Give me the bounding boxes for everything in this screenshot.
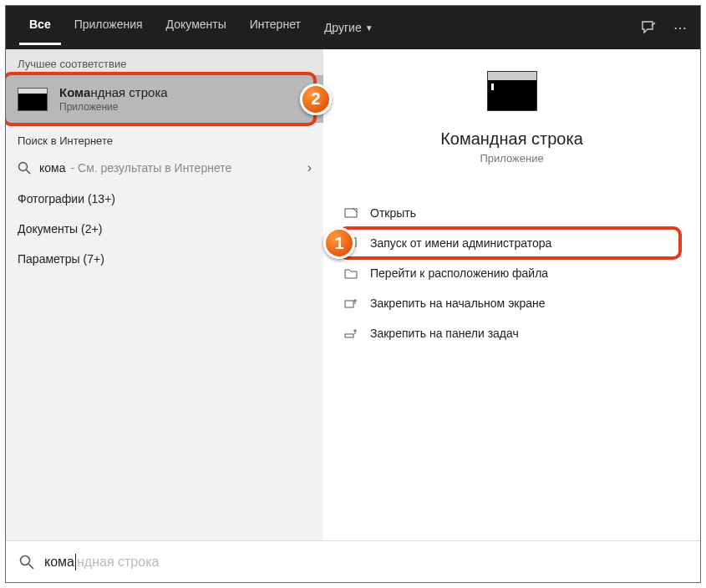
filter-tabs: Все Приложения Документы Интернет Другие… [19, 11, 383, 45]
best-match-item[interactable]: Командная строка Приложение 2 [6, 75, 323, 123]
action-open-location[interactable]: Перейти к расположению файла [333, 258, 690, 288]
action-pin-taskbar-label: Закрепить на панели задач [370, 327, 519, 340]
preview-panel: Командная строка Приложение Открыть Запу… [323, 49, 700, 540]
action-pin-taskbar[interactable]: Закрепить на панели задач [333, 318, 690, 348]
svg-line-1 [27, 170, 31, 175]
preview-title: Командная строка [440, 129, 583, 149]
action-open[interactable]: Открыть [333, 198, 690, 228]
actions-list: Открыть Запуск от имени администратора 1… [323, 198, 700, 348]
topbar: Все Приложения Документы Интернет Другие… [6, 6, 700, 49]
web-search-desc: - См. результаты в Интернете [70, 161, 231, 175]
best-match-subtitle: Приложение [59, 101, 168, 113]
web-search-term: кома [39, 161, 65, 175]
documents-group[interactable]: Документы (2+) [6, 214, 323, 244]
search-window: Все Приложения Документы Интернет Другие… [5, 5, 701, 583]
action-pin-start-label: Закрепить на начальном экране [370, 297, 546, 310]
folder-icon [343, 267, 358, 279]
cmd-icon [18, 88, 48, 111]
action-open-label: Открыть [370, 206, 416, 220]
search-icon [19, 555, 34, 570]
annotation-badge-1: 1 [323, 227, 355, 259]
search-suggestion-ghost: ндная строка [77, 555, 159, 570]
results-panel: Лучшее соответствие Командная строка При… [6, 49, 323, 540]
more-options-icon[interactable]: ⋯ [673, 20, 687, 36]
feedback-icon[interactable] [640, 19, 657, 36]
chevron-down-icon: ▼ [365, 23, 373, 33]
tab-internet[interactable]: Интернет [240, 11, 311, 45]
web-search-item[interactable]: кома - См. результаты в Интернете › [6, 152, 323, 184]
action-admin-label: Запуск от имени администратора [370, 236, 551, 250]
annotation-badge-2: 2 [300, 84, 332, 115]
best-match-title: Командная строка [59, 85, 168, 99]
settings-group[interactable]: Параметры (7+) [6, 244, 323, 274]
action-pin-start[interactable]: Закрепить на начальном экране [333, 288, 690, 318]
tab-apps[interactable]: Приложения [64, 11, 153, 45]
search-bar[interactable]: командная строка [6, 540, 700, 582]
svg-point-6 [21, 555, 30, 565]
tab-all[interactable]: Все [19, 11, 61, 45]
chevron-right-icon: › [307, 160, 312, 175]
svg-rect-5 [345, 334, 353, 337]
svg-point-0 [19, 163, 28, 171]
preview-subtitle: Приложение [480, 152, 543, 165]
best-match-header: Лучшее соответствие [6, 49, 323, 75]
text-cursor [75, 554, 76, 570]
svg-rect-4 [345, 301, 353, 307]
search-icon [18, 161, 31, 175]
web-search-header: Поиск в Интернете [6, 123, 323, 152]
pin-taskbar-icon [343, 327, 358, 339]
svg-line-7 [29, 564, 34, 569]
tab-more[interactable]: Другие ▼ [314, 11, 383, 45]
preview-app-icon [487, 71, 537, 111]
pin-start-icon [343, 297, 358, 309]
open-icon [343, 207, 358, 219]
tab-more-label: Другие [324, 21, 362, 34]
action-run-as-admin[interactable]: Запуск от имени администратора 1 [333, 228, 690, 258]
tab-documents[interactable]: Документы [156, 11, 236, 45]
search-typed-text: кома [44, 555, 74, 570]
action-location-label: Перейти к расположению файла [370, 266, 548, 280]
photos-group[interactable]: Фотографии (13+) [6, 184, 323, 214]
